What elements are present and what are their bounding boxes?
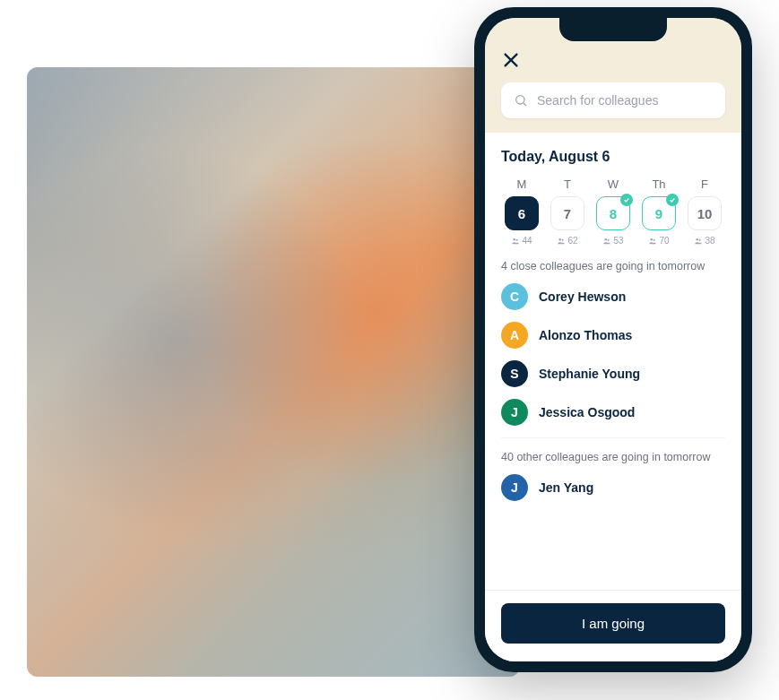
avatar: J xyxy=(501,474,528,501)
colleague-row[interactable]: J Jessica Osgood xyxy=(501,399,725,426)
svg-point-6 xyxy=(559,238,562,241)
day-num: 10 xyxy=(697,206,713,221)
avatar: S xyxy=(501,360,528,387)
colleague-name: Jen Yang xyxy=(539,480,593,495)
day-chip-fri[interactable]: 10 xyxy=(688,196,722,230)
svg-point-4 xyxy=(514,238,516,241)
svg-line-3 xyxy=(524,103,526,106)
phone-screen: Search for colleagues Today, August 6 M … xyxy=(485,18,741,661)
day-count: 70 xyxy=(648,236,669,246)
office-photo xyxy=(27,67,520,677)
svg-point-13 xyxy=(699,238,701,240)
phone-frame: Search for colleagues Today, August 6 M … xyxy=(474,7,752,672)
colleague-row[interactable]: C Corey Hewson xyxy=(501,283,725,310)
check-badge-icon xyxy=(666,194,679,206)
people-icon xyxy=(602,237,611,246)
colleague-row[interactable]: S Stephanie Young xyxy=(501,360,725,387)
day-label: M xyxy=(517,177,527,191)
day-num: 6 xyxy=(518,206,525,221)
day-label: F xyxy=(701,177,708,191)
colleague-name: Alonzo Thomas xyxy=(539,328,632,342)
avatar: J xyxy=(501,399,528,426)
svg-point-2 xyxy=(516,96,524,104)
people-icon xyxy=(511,237,520,246)
day-label: T xyxy=(564,177,571,191)
close-icon[interactable] xyxy=(501,50,521,70)
i-am-going-button[interactable]: I am going xyxy=(501,603,725,644)
svg-point-11 xyxy=(653,238,655,240)
photo-overlay xyxy=(27,67,520,677)
date-title: Today, August 6 xyxy=(501,149,725,165)
day-count: 38 xyxy=(694,236,714,246)
people-icon xyxy=(694,237,703,246)
day-count-num: 62 xyxy=(567,236,577,246)
day-chip-tue[interactable]: 7 xyxy=(550,196,584,230)
day-count-num: 53 xyxy=(613,236,623,246)
day-num: 8 xyxy=(610,206,617,221)
day-num: 7 xyxy=(564,206,571,221)
colleague-row[interactable]: J Jen Yang xyxy=(501,474,725,501)
day-label: Th xyxy=(652,177,665,191)
day-count: 53 xyxy=(602,236,623,246)
day-label: W xyxy=(608,177,619,191)
svg-point-9 xyxy=(608,238,610,240)
day-col-wed: W 8 53 xyxy=(593,177,634,246)
other-colleagues-label: 40 other colleagues are going in tomorro… xyxy=(501,451,725,463)
svg-point-5 xyxy=(516,238,518,240)
people-icon xyxy=(557,237,566,246)
search-placeholder: Search for colleagues xyxy=(537,93,658,108)
phone-notch xyxy=(559,18,667,41)
day-count-num: 70 xyxy=(659,236,669,246)
day-chip-mon[interactable]: 6 xyxy=(505,196,539,230)
day-chip-thu[interactable]: 9 xyxy=(642,196,676,230)
day-col-mon: M 6 44 xyxy=(501,177,542,246)
search-input[interactable]: Search for colleagues xyxy=(501,82,725,118)
svg-point-7 xyxy=(562,238,564,240)
avatar: A xyxy=(501,322,528,349)
people-icon xyxy=(648,237,657,246)
other-colleagues-section: 40 other colleagues are going in tomorro… xyxy=(501,437,725,501)
colleague-row[interactable]: A Alonzo Thomas xyxy=(501,322,725,349)
check-badge-icon xyxy=(620,194,633,206)
day-count-num: 38 xyxy=(705,236,714,246)
day-num: 9 xyxy=(655,206,662,221)
day-count: 44 xyxy=(511,236,532,246)
day-chip-wed[interactable]: 8 xyxy=(596,196,630,230)
svg-point-10 xyxy=(651,238,653,241)
footer: I am going xyxy=(485,590,741,661)
colleague-name: Stephanie Young xyxy=(539,367,640,381)
screen-content: Today, August 6 M 6 44 T 7 62 xyxy=(485,133,741,590)
colleague-name: Jessica Osgood xyxy=(539,405,635,419)
svg-point-8 xyxy=(605,238,608,241)
day-col-thu: Th 9 70 xyxy=(638,177,679,246)
day-col-fri: F 10 38 xyxy=(684,177,725,246)
svg-point-12 xyxy=(697,238,699,241)
colleague-name: Corey Hewson xyxy=(539,290,626,304)
search-icon xyxy=(514,93,528,108)
week-row: M 6 44 T 7 62 W xyxy=(501,177,725,246)
day-col-tue: T 7 62 xyxy=(547,177,588,246)
day-count: 62 xyxy=(557,236,577,246)
avatar: C xyxy=(501,283,528,310)
day-count-num: 44 xyxy=(522,236,532,246)
close-colleagues-label: 4 close colleagues are going in tomorrow xyxy=(501,260,725,272)
